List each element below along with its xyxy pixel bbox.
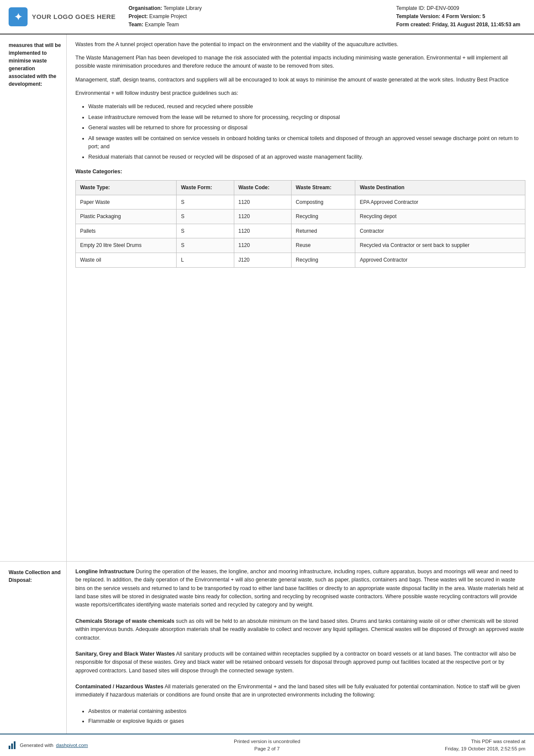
table-cell: Plastic Packaging [76, 209, 177, 224]
footer: Generated with dashpivot.com Printed ver… [0, 734, 534, 756]
project-line: Project: Example Project [129, 12, 396, 21]
table-cell: Approved Contractor [355, 253, 525, 268]
table-cell: EPA Approved Contractor [355, 195, 525, 209]
template-version-line: Template Version: 4 Form Version: 5 [396, 12, 525, 21]
footer-center-line2: Page 2 of 7 [181, 745, 353, 753]
template-id-line: Template ID: DP-ENV-0009 [396, 4, 525, 12]
wcd-bullet: Asbestos or material containing asbestos [88, 707, 525, 715]
table-row: PalletsS1120ReturnedContractor [76, 224, 525, 238]
generated-text: Generated with [20, 743, 53, 748]
table-row: Plastic PackagingS1120RecyclingRecycling… [76, 209, 525, 224]
svg-text:✦: ✦ [14, 12, 22, 22]
table-cell: 1120 [234, 238, 291, 253]
wcd-left-col: Waste Collection and Disposal: [0, 562, 67, 734]
org-line: Organisation: Template Library [129, 4, 396, 12]
table-cell: Contractor [355, 224, 525, 238]
table-body: Paper WasteS1120CompostingEPA Approved C… [76, 195, 525, 267]
table-cell: Returned [291, 224, 355, 238]
col-waste-stream: Waste Stream: [291, 181, 355, 195]
dashpivot-icon [9, 741, 16, 749]
team-line: Team: Example Team [129, 21, 396, 29]
waste-categories-heading: Waste Categories: [75, 168, 525, 176]
col-waste-code: Waste Code: [234, 181, 291, 195]
bullet-4: All sewage wastes will be contained on s… [88, 134, 525, 151]
table-cell: Recycling [291, 253, 355, 268]
table-cell: 1120 [234, 224, 291, 238]
table-cell: Reuse [291, 238, 355, 253]
body-bullets: Waste materials will be reduced, reused … [88, 103, 525, 161]
header-right: Template ID: DP-ENV-0009 Template Versio… [396, 4, 525, 29]
bullet-2: Lease infrastructure removed from the le… [88, 113, 525, 122]
table-cell: Empty 20 litre Steel Drums [76, 238, 177, 253]
body-para2: The Waste Management Plan has been devel… [75, 54, 525, 71]
table-cell: Pallets [76, 224, 177, 238]
body-para4: Environmental + will follow industry bes… [75, 89, 525, 97]
logo-icon: ✦ [9, 7, 28, 26]
table-cell: S [177, 224, 234, 238]
wcd-right-col: Longline Infrastructure During the opera… [67, 562, 534, 734]
bullet-3: General wastes will be returned to shore… [88, 124, 525, 132]
wcd-section-3: Contaminated / Hazardous Wastes All mate… [75, 683, 525, 700]
wcd-section-1: Chemicals Storage of waste chemicals suc… [75, 617, 525, 642]
table-cell: S [177, 209, 234, 224]
footer-right-line2: Friday, 19 October 2018, 2:52:55 pm [353, 745, 525, 753]
footer-right-line1: This PDF was created at [353, 738, 525, 745]
table-header-row: Waste Type: Waste Form: Waste Code: Wast… [76, 181, 525, 195]
waste-table: Waste Type: Waste Form: Waste Code: Wast… [75, 180, 525, 268]
header-center: Organisation: Template Library Project: … [129, 4, 396, 29]
footer-left: Generated with dashpivot.com [9, 741, 181, 749]
table-cell: Recycled via Contractor or sent back to … [355, 238, 525, 253]
table-cell: Recycling [291, 209, 355, 224]
wcd-section-2: Sanitary, Grey and Black Water Wastes Al… [75, 650, 525, 675]
wcd-label: Waste Collection and Disposal: [9, 569, 61, 583]
page: ✦ YOUR LOGO GOES HERE Organisation: Temp… [0, 0, 534, 756]
right-column: Wastes from the A tunnel project operati… [67, 34, 534, 561]
left-col-label: measures that will be implemented to min… [9, 42, 61, 87]
logo-text: YOUR LOGO GOES HERE [32, 13, 116, 20]
table-cell: 1120 [234, 195, 291, 209]
footer-center-line1: Printed version is uncontrolled [181, 738, 353, 745]
logo-area: ✦ YOUR LOGO GOES HERE [9, 4, 116, 29]
table-cell: Waste oil [76, 253, 177, 268]
header: ✦ YOUR LOGO GOES HERE Organisation: Temp… [0, 0, 534, 34]
table-cell: L [177, 253, 234, 268]
bullet-1: Waste materials will be reduced, reused … [88, 103, 525, 111]
table-cell: S [177, 238, 234, 253]
table-row: Empty 20 litre Steel DrumsS1120ReuseRecy… [76, 238, 525, 253]
body-para3: Management, staff, design teams, contrac… [75, 76, 525, 84]
table-cell: Paper Waste [76, 195, 177, 209]
body-para1: Wastes from the A tunnel project operati… [75, 41, 525, 49]
main-section: measures that will be implemented to min… [0, 34, 534, 561]
col-waste-destination: Waste Destination [355, 181, 525, 195]
table-cell: J120 [234, 253, 291, 268]
form-created-line: Form created: Friday, 31 August 2018, 11… [396, 21, 525, 29]
wcd-bullets-3: Asbestos or material containing asbestos… [88, 707, 525, 726]
table-row: Waste oilLJ120RecyclingApproved Contract… [76, 253, 525, 268]
table-cell: S [177, 195, 234, 209]
wcd-bullet: Flammable or explosive liquids or gases [88, 717, 525, 725]
dashpivot-link[interactable]: dashpivot.com [56, 743, 88, 748]
table-row: Paper WasteS1120CompostingEPA Approved C… [76, 195, 525, 209]
col-waste-form: Waste Form: [177, 181, 234, 195]
table-cell: Composting [291, 195, 355, 209]
left-column: measures that will be implemented to min… [0, 34, 67, 561]
col-waste-type: Waste Type: [76, 181, 177, 195]
footer-center: Printed version is uncontrolled Page 2 o… [181, 738, 353, 753]
footer-right: This PDF was created at Friday, 19 Octob… [353, 738, 525, 753]
table-cell: Recycling depot [355, 209, 525, 224]
wcd-section-0: Longline Infrastructure During the opera… [75, 568, 525, 609]
table-cell: 1120 [234, 209, 291, 224]
bullet-5: Residual materials that cannot be reused… [88, 153, 525, 161]
waste-collection-section: Waste Collection and Disposal: Longline … [0, 562, 534, 734]
